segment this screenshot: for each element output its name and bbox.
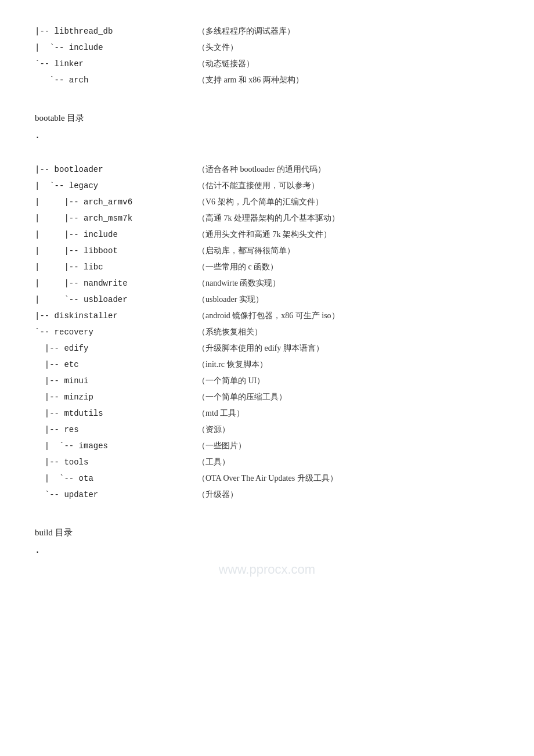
tree-row-legacy: | `-- legacy （估计不能直接使用，可以参考） — [35, 178, 499, 194]
tree-prefix: | |-- nandwrite — [35, 275, 197, 291]
tree-row-libc: | |-- libc （一些常用的 c 函数） — [35, 259, 499, 275]
tree-row-arch-msm7k: | |-- arch_msm7k （高通 7k 处理器架构的几个基本驱动） — [35, 210, 499, 226]
tree-desc: （升级脚本使用的 edify 脚本语言） — [197, 340, 324, 357]
tree-desc: （适合各种 bootloader 的通用代码） — [197, 161, 326, 178]
tree-prefix: | |-- arch_msm7k — [35, 210, 197, 226]
tree-prefix: | |-- arch_armv6 — [35, 194, 197, 210]
tree-prefix: `-- updater — [35, 487, 197, 503]
page-content: |-- libthread_db （多线程程序的调试器库） | `-- incl… — [35, 23, 499, 559]
tree-row-arch: `-- arch （支持 arm 和 x86 两种架构） — [35, 72, 499, 88]
build-dot: . — [35, 542, 499, 559]
tree-prefix: |-- etc — [35, 357, 197, 373]
tree-row-include-legacy: | |-- include （通用头文件和高通 7k 架构头文件） — [35, 226, 499, 243]
tree-row-images: | `-- images （一些图片） — [35, 438, 499, 454]
tree-prefix: | `-- usbloader — [35, 291, 197, 308]
tree-prefix: |-- minzip — [35, 389, 197, 405]
tree-desc: （mtd 工具） — [197, 405, 244, 422]
tree-desc: （OTA Over The Air Updates 升级工具） — [197, 470, 338, 487]
tree-desc: （系统恢复相关） — [197, 324, 262, 340]
tree-desc: （nandwirte 函数实现） — [197, 275, 280, 291]
tree-prefix: `-- recovery — [35, 324, 197, 340]
bootable-tree: |-- bootloader （适合各种 bootloader 的通用代码） |… — [35, 161, 499, 503]
tree-prefix: | `-- include — [35, 39, 197, 56]
tree-prefix: `-- arch — [35, 72, 197, 88]
tree-desc: （估计不能直接使用，可以参考） — [197, 178, 319, 194]
tree-prefix: |-- tools — [35, 454, 197, 470]
tree-desc: （升级器） — [197, 487, 238, 503]
tree-prefix: | `-- legacy — [35, 178, 197, 194]
tree-prefix: | |-- include — [35, 226, 197, 243]
tree-row-linker: `-- linker （动态链接器） — [35, 56, 499, 72]
tree-desc: （init.rc 恢复脚本） — [197, 357, 268, 373]
tree-desc: （V6 架构，几个简单的汇编文件） — [197, 194, 323, 210]
tree-desc: （一些常用的 c 函数） — [197, 259, 278, 275]
tree-prefix: |-- bootloader — [35, 161, 197, 178]
tree-row-bootloader: |-- bootloader （适合各种 bootloader 的通用代码） — [35, 161, 499, 178]
tree-row-updater: `-- updater （升级器） — [35, 487, 499, 503]
tree-row-diskinstaller: |-- diskinstaller （android 镜像打包器，x86 可生产… — [35, 308, 499, 324]
tree-row-recovery: `-- recovery （系统恢复相关） — [35, 324, 499, 340]
tree-row-usbloader: | `-- usbloader （usbloader 实现） — [35, 291, 499, 308]
tree-prefix: |-- mtdutils — [35, 405, 197, 422]
tree-row-etc: |-- etc （init.rc 恢复脚本） — [35, 357, 499, 373]
tree-row-minui: |-- minui （一个简单的 UI） — [35, 373, 499, 389]
tree-prefix: `-- linker — [35, 56, 197, 72]
tree-desc: （启动库，都写得很简单） — [197, 243, 295, 259]
tree-prefix: |-- libthread_db — [35, 23, 197, 39]
tree-row-nandwrite: | |-- nandwrite （nandwirte 函数实现） — [35, 275, 499, 291]
tree-desc: （通用头文件和高通 7k 架构头文件） — [197, 226, 331, 243]
tree-desc: （多线程程序的调试器库） — [197, 23, 295, 39]
tree-desc: （头文件） — [197, 39, 238, 56]
tree-row-ota: | `-- ota （OTA Over The Air Updates 升级工具… — [35, 470, 499, 487]
tree-desc: （资源） — [197, 422, 230, 438]
tree-row-libboot: | |-- libboot （启动库，都写得很简单） — [35, 243, 499, 259]
watermark: www.pprocx.com — [219, 557, 315, 582]
tree-prefix: | |-- libc — [35, 259, 197, 275]
tree-desc: （一个简单的压缩工具） — [197, 389, 287, 405]
tree-prefix: |-- diskinstaller — [35, 308, 197, 324]
tree-prefix: | |-- libboot — [35, 243, 197, 259]
build-title: build 目录 — [35, 524, 499, 541]
tree-row-mtdutils: |-- mtdutils （mtd 工具） — [35, 405, 499, 422]
tree-desc: （android 镜像打包器，x86 可生产 iso） — [197, 308, 340, 324]
bootable-title: bootable 目录 — [35, 110, 499, 127]
tree-row-tools: |-- tools （工具） — [35, 454, 499, 470]
tree-row-libthread_db: |-- libthread_db （多线程程序的调试器库） — [35, 23, 499, 39]
tree-prefix: |-- res — [35, 422, 197, 438]
tree-prefix: | `-- images — [35, 438, 197, 454]
tree-desc: （工具） — [197, 454, 230, 470]
tree-prefix: |-- edify — [35, 340, 197, 357]
tree-desc: （高通 7k 处理器架构的几个基本驱动） — [197, 210, 340, 226]
tree-desc: （动态链接器） — [197, 56, 254, 72]
tree-row-include: | `-- include （头文件） — [35, 39, 499, 56]
tree-desc: （usbloader 实现） — [197, 291, 264, 308]
tree-row-edify: |-- edify （升级脚本使用的 edify 脚本语言） — [35, 340, 499, 357]
bionic-tree: |-- libthread_db （多线程程序的调试器库） | `-- incl… — [35, 23, 499, 88]
tree-prefix: | `-- ota — [35, 470, 197, 487]
bootable-dot: . — [35, 127, 499, 144]
tree-row-minzip: |-- minzip （一个简单的压缩工具） — [35, 389, 499, 405]
tree-desc: （一些图片） — [197, 438, 246, 454]
tree-prefix: |-- minui — [35, 373, 197, 389]
tree-desc: （支持 arm 和 x86 两种架构） — [197, 72, 304, 88]
tree-row-arch-armv6: | |-- arch_armv6 （V6 架构，几个简单的汇编文件） — [35, 194, 499, 210]
tree-row-res: |-- res （资源） — [35, 422, 499, 438]
tree-desc: （一个简单的 UI） — [197, 373, 265, 389]
